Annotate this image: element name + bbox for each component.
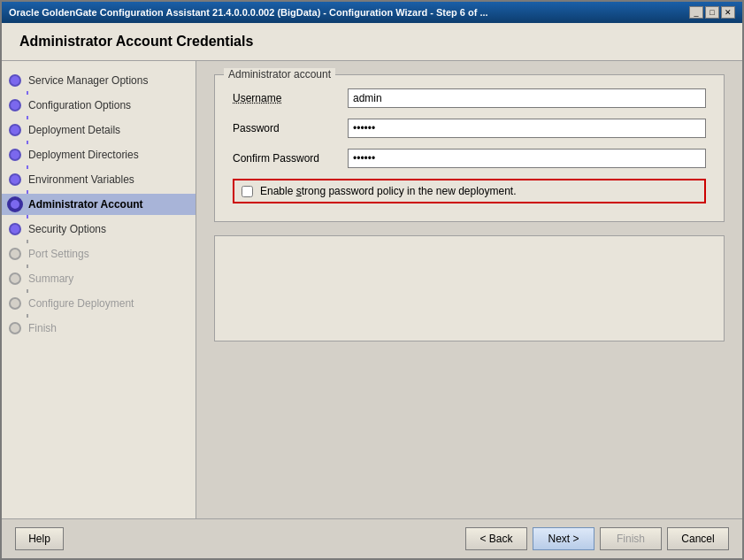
footer: Help < Back Next > Finish Cancel <box>2 518 742 558</box>
sidebar-item-summary: Summary <box>2 268 196 289</box>
sidebar-item-environment-variables[interactable]: Environment Variables <box>2 169 196 190</box>
sidebar-item-port-settings: Port Settings <box>2 243 196 265</box>
page-header: Administrator Account Credentials <box>2 23 742 61</box>
cancel-button[interactable]: Cancel <box>667 527 729 550</box>
sidebar-label-admin-account: Administrator Account <box>28 198 143 211</box>
main-window: Oracle GoldenGate Configuration Assistan… <box>0 0 744 560</box>
window-controls: _ □ ✕ <box>689 6 735 19</box>
maximize-button[interactable]: □ <box>705 6 719 19</box>
username-input[interactable] <box>348 88 706 108</box>
sidebar-item-administrator-account[interactable]: Administrator Account <box>2 194 196 215</box>
close-button[interactable]: ✕ <box>721 6 735 19</box>
strong-password-row: Enable strong password policy in the new… <box>233 179 706 203</box>
sidebar-label-config-options: Configuration Options <box>28 99 131 111</box>
step-indicator-summary <box>9 272 21 285</box>
strong-password-checkbox[interactable] <box>242 186 253 197</box>
sidebar: Service Manager Options Configuration Op… <box>2 61 196 518</box>
back-button[interactable]: < Back <box>465 527 527 550</box>
main-content: Administrator account Username Password … <box>196 61 742 518</box>
confirm-password-row: Confirm Password <box>233 149 706 168</box>
strong-password-label[interactable]: Enable strong password policy in the new… <box>260 185 517 197</box>
content-area: Service Manager Options Configuration Op… <box>2 61 742 518</box>
step-indicator-security-options <box>9 223 21 235</box>
step-indicator-finish <box>9 322 21 334</box>
step-indicator-service-manager <box>9 74 21 87</box>
info-text-area <box>214 235 725 341</box>
sidebar-label-summary: Summary <box>28 272 73 285</box>
help-button[interactable]: Help <box>15 527 64 550</box>
step-indicator-env-vars <box>9 173 21 186</box>
admin-account-group: Administrator account Username Password … <box>214 74 725 222</box>
sidebar-item-configure-deployment: Configure Deployment <box>2 293 196 314</box>
sidebar-label-port-settings: Port Settings <box>28 248 89 260</box>
sidebar-item-security-options[interactable]: Security Options <box>2 219 196 240</box>
group-legend: Administrator account <box>224 68 335 81</box>
confirm-password-input[interactable] <box>348 149 706 168</box>
password-label: Password <box>233 122 348 134</box>
page-title: Administrator Account Credentials <box>19 34 725 50</box>
window-title: Oracle GoldenGate Configuration Assistan… <box>9 7 488 18</box>
sidebar-label-deploy-details: Deployment Details <box>28 124 120 136</box>
sidebar-label-security-options: Security Options <box>28 223 106 235</box>
sidebar-label-deploy-dirs: Deployment Directories <box>28 149 139 161</box>
step-indicator-admin-account <box>9 198 21 211</box>
username-row: Username <box>233 88 706 108</box>
confirm-password-label: Confirm Password <box>233 152 348 165</box>
step-indicator-deploy-dirs <box>9 149 21 161</box>
step-indicator-config-options <box>9 99 21 111</box>
sidebar-item-deployment-details[interactable]: Deployment Details <box>2 119 196 141</box>
sidebar-label-service-manager: Service Manager Options <box>28 74 148 87</box>
sidebar-item-configuration-options[interactable]: Configuration Options <box>2 95 196 116</box>
step-indicator-deploy-details <box>9 124 21 136</box>
sidebar-label-configure-deploy: Configure Deployment <box>28 297 134 310</box>
step-indicator-port-settings <box>9 248 21 260</box>
sidebar-item-finish: Finish <box>2 318 196 339</box>
sidebar-label-finish: Finish <box>28 322 57 334</box>
strong-password-underline-s: s <box>296 185 302 197</box>
step-indicator-configure-deploy <box>9 297 21 310</box>
title-bar: Oracle GoldenGate Configuration Assistan… <box>2 2 742 23</box>
footer-nav-buttons: < Back Next > Finish Cancel <box>465 527 729 550</box>
sidebar-item-service-manager-options[interactable]: Service Manager Options <box>2 70 196 91</box>
finish-button: Finish <box>600 527 662 550</box>
sidebar-label-env-vars: Environment Variables <box>28 173 134 186</box>
minimize-button[interactable]: _ <box>689 6 703 19</box>
username-label: Username <box>233 92 348 104</box>
next-button[interactable]: Next > <box>533 527 594 550</box>
sidebar-item-deployment-directories[interactable]: Deployment Directories <box>2 144 196 165</box>
password-row: Password <box>233 119 706 138</box>
password-input[interactable] <box>348 119 706 138</box>
